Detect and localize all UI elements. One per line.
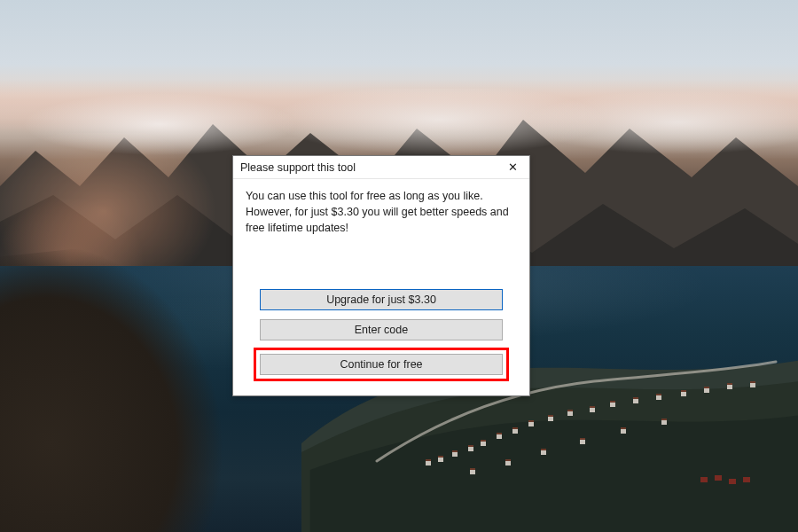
alpenglow-left	[0, 133, 231, 328]
dialog-title: Please support this tool	[240, 161, 356, 174]
dialog-titlebar[interactable]: Please support this tool ✕	[233, 156, 529, 179]
support-dialog: Please support this tool ✕ You can use t…	[232, 155, 530, 396]
enter-code-button[interactable]: Enter code	[260, 319, 503, 340]
dialog-button-stack: Upgrade for just $3.30 Enter code Contin…	[246, 289, 517, 383]
close-button[interactable]: ✕	[501, 159, 524, 176]
continue-free-highlight: Continue for free	[254, 348, 509, 381]
dialog-body: You can use this tool for free as long a…	[233, 179, 529, 395]
sky-pink-band	[0, 80, 798, 133]
dialog-message: You can use this tool for free as long a…	[246, 188, 517, 236]
upgrade-button[interactable]: Upgrade for just $3.30	[260, 289, 503, 310]
close-icon: ✕	[508, 160, 518, 174]
foreground-cliff	[0, 234, 246, 532]
continue-free-button[interactable]: Continue for free	[260, 354, 503, 375]
